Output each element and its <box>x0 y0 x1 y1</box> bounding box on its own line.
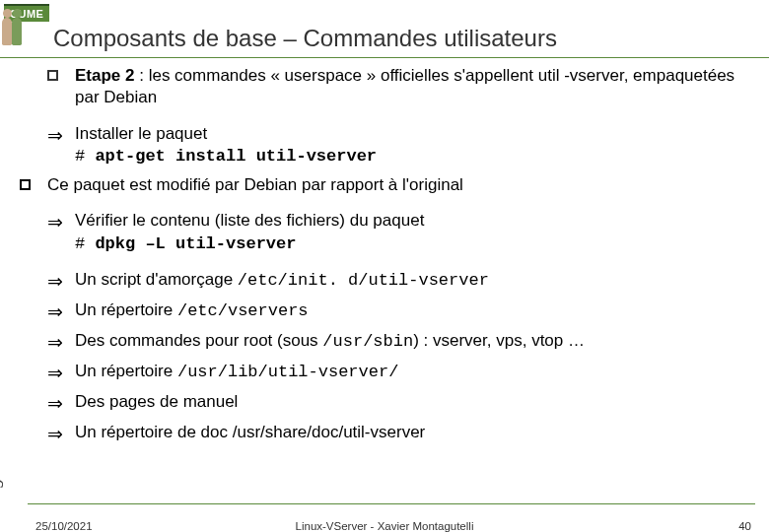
item-text: Des pages de manuel <box>75 391 755 416</box>
list-item: ⇒ Installer le paquet # apt-get install … <box>47 123 755 168</box>
arrow-bullet-icon: ⇒ <box>47 210 75 255</box>
list-item: ⇒ Un répertoire de doc /usr/share/doc/ut… <box>47 422 755 446</box>
item-text: Un répertoire /etc/vservers <box>75 299 755 324</box>
item-text: Ce paquet est modifié par Debian par rap… <box>47 174 755 196</box>
list-item: ⇒ Un script d'amorçage /etc/init. d/util… <box>47 269 755 294</box>
sidebar-text: Stage CUME Virtualisation <box>0 299 4 512</box>
footer-page-number: 40 <box>738 520 751 532</box>
list-item: ⇒ Un répertoire /usr/lib/util-vserver/ <box>47 361 755 385</box>
list-item: Etape 2 : les commandes « userspace » of… <box>47 65 755 109</box>
item-text: Un répertoire /usr/lib/util-vserver/ <box>75 361 755 385</box>
footer-title: Linux-VServer - Xavier Montagutelli <box>0 520 769 532</box>
content-area: Etape 2 : les commandes « userspace » of… <box>47 65 755 453</box>
square-bullet-icon <box>47 70 58 81</box>
logo-people-icon <box>2 18 22 45</box>
item-text: Des commandes pour root (sous /usr/sbin)… <box>75 330 755 355</box>
arrow-bullet-icon: ⇒ <box>47 299 75 324</box>
arrow-bullet-icon: ⇒ <box>47 123 75 168</box>
slide: CUME Composants de base – Commandes util… <box>0 0 769 532</box>
list-item: Ce paquet est modifié par Debian par rap… <box>20 174 755 196</box>
list-item: ⇒ Des commandes pour root (sous /usr/sbi… <box>47 330 755 355</box>
title-underline <box>0 57 769 58</box>
item-text: Un script d'amorçage /etc/init. d/util-v… <box>75 269 755 294</box>
slide-title: Composants de base – Commandes utilisate… <box>53 25 557 52</box>
arrow-bullet-icon: ⇒ <box>47 330 75 355</box>
list-item: ⇒ Vérifier le contenu (liste des fichier… <box>47 210 755 255</box>
arrow-bullet-icon: ⇒ <box>47 391 75 416</box>
arrow-bullet-icon: ⇒ <box>47 269 75 294</box>
item-text: Vérifier le contenu (liste des fichiers)… <box>75 210 755 255</box>
item-text: Un répertoire de doc /usr/share/doc/util… <box>75 422 755 446</box>
square-bullet-icon <box>20 179 31 190</box>
arrow-bullet-icon: ⇒ <box>47 422 75 446</box>
item-text: Etape 2 : les commandes « userspace » of… <box>75 65 755 109</box>
item-text: Installer le paquet # apt-get install ut… <box>75 123 755 168</box>
footer-underline <box>28 503 755 504</box>
list-item: ⇒ Un répertoire /etc/vservers <box>47 299 755 324</box>
arrow-bullet-icon: ⇒ <box>47 361 75 385</box>
list-item: ⇒ Des pages de manuel <box>47 391 755 416</box>
